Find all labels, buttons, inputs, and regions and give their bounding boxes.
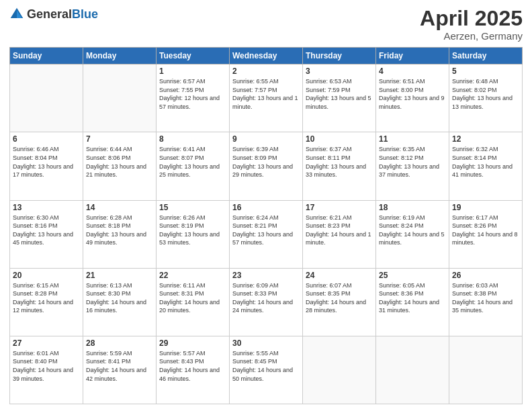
col-tuesday: Tuesday [157,48,230,64]
cell-text: Sunrise: 6:32 AM Sunset: 8:14 PM Dayligh… [452,145,519,179]
day-number: 28 [86,338,153,348]
day-number: 20 [13,271,80,280]
cell-text: Sunrise: 6:03 AM Sunset: 8:38 PM Dayligh… [452,281,519,315]
table-row: 4Sunrise: 6:51 AM Sunset: 8:00 PM Daylig… [376,64,449,132]
cell-text: Sunrise: 6:24 AM Sunset: 8:21 PM Dayligh… [232,214,300,247]
cell-text: Sunrise: 6:21 AM Sunset: 8:23 PM Dayligh… [306,214,373,247]
logo-icon [9,7,24,21]
cell-text: Sunrise: 6:28 AM Sunset: 8:18 PM Dayligh… [86,214,153,247]
cell-text: Sunrise: 6:48 AM Sunset: 8:02 PM Dayligh… [452,77,519,111]
day-number: 21 [86,271,153,280]
table-row: 8Sunrise: 6:41 AM Sunset: 8:07 PM Daylig… [157,132,230,200]
table-row: 7Sunrise: 6:44 AM Sunset: 8:06 PM Daylig… [83,132,157,200]
table-row [376,336,449,404]
table-row: 30Sunrise: 5:55 AM Sunset: 8:45 PM Dayli… [230,336,303,404]
table-row: 15Sunrise: 6:26 AM Sunset: 8:19 PM Dayli… [157,200,230,268]
cell-text: Sunrise: 6:41 AM Sunset: 8:07 PM Dayligh… [159,145,226,179]
day-number: 5 [452,66,519,76]
cell-text: Sunrise: 6:13 AM Sunset: 8:30 PM Dayligh… [86,281,153,315]
col-monday: Monday [83,48,157,64]
table-row: 2Sunrise: 6:55 AM Sunset: 7:57 PM Daylig… [230,64,303,132]
calendar-week-row: 27Sunrise: 6:01 AM Sunset: 8:40 PM Dayli… [10,336,523,404]
day-number: 2 [232,66,300,76]
cell-text: Sunrise: 5:59 AM Sunset: 8:41 PM Dayligh… [86,349,153,383]
cell-text: Sunrise: 6:30 AM Sunset: 8:16 PM Dayligh… [13,214,80,247]
table-row: 23Sunrise: 6:09 AM Sunset: 8:33 PM Dayli… [230,268,303,336]
col-wednesday: Wednesday [230,48,303,64]
table-row: 16Sunrise: 6:24 AM Sunset: 8:21 PM Dayli… [230,200,303,268]
col-saturday: Saturday [449,48,523,64]
day-number: 25 [379,271,446,280]
cell-text: Sunrise: 6:26 AM Sunset: 8:19 PM Dayligh… [159,214,226,247]
cell-text: Sunrise: 6:17 AM Sunset: 8:26 PM Dayligh… [452,214,519,247]
cell-text: Sunrise: 6:09 AM Sunset: 8:33 PM Dayligh… [232,281,300,315]
day-number: 4 [379,66,446,76]
day-number: 11 [379,134,446,144]
table-row: 14Sunrise: 6:28 AM Sunset: 8:18 PM Dayli… [83,200,157,268]
day-number: 30 [232,338,300,348]
day-number: 22 [159,271,226,280]
cell-text: Sunrise: 6:44 AM Sunset: 8:06 PM Dayligh… [86,145,153,179]
table-row: 17Sunrise: 6:21 AM Sunset: 8:23 PM Dayli… [303,200,376,268]
table-row: 29Sunrise: 5:57 AM Sunset: 8:43 PM Dayli… [157,336,230,404]
day-number: 17 [306,203,373,212]
calendar-week-row: 1Sunrise: 6:57 AM Sunset: 7:55 PM Daylig… [10,64,523,132]
day-number: 24 [306,271,373,280]
table-row: 12Sunrise: 6:32 AM Sunset: 8:14 PM Dayli… [449,132,523,200]
table-row: 28Sunrise: 5:59 AM Sunset: 8:41 PM Dayli… [83,336,157,404]
calendar-week-row: 13Sunrise: 6:30 AM Sunset: 8:16 PM Dayli… [10,200,523,268]
day-number: 15 [159,203,226,212]
table-row: 26Sunrise: 6:03 AM Sunset: 8:38 PM Dayli… [449,268,523,336]
cell-text: Sunrise: 6:19 AM Sunset: 8:24 PM Dayligh… [379,214,446,247]
table-row: 10Sunrise: 6:37 AM Sunset: 8:11 PM Dayli… [303,132,376,200]
day-number: 12 [452,134,519,144]
cell-text: Sunrise: 6:51 AM Sunset: 8:00 PM Dayligh… [379,77,446,111]
month-title: April 2025 [420,7,523,30]
logo-blue: Blue [72,7,98,21]
day-number: 19 [452,203,519,212]
day-number: 13 [13,203,80,212]
logo-text: GeneralBlue [27,7,98,21]
day-number: 3 [306,66,373,76]
table-row: 5Sunrise: 6:48 AM Sunset: 8:02 PM Daylig… [449,64,523,132]
cell-text: Sunrise: 5:57 AM Sunset: 8:43 PM Dayligh… [159,349,226,383]
table-row: 3Sunrise: 6:53 AM Sunset: 7:59 PM Daylig… [303,64,376,132]
cell-text: Sunrise: 6:11 AM Sunset: 8:31 PM Dayligh… [159,281,226,315]
table-row: 19Sunrise: 6:17 AM Sunset: 8:26 PM Dayli… [449,200,523,268]
day-number: 18 [379,203,446,212]
cell-text: Sunrise: 6:35 AM Sunset: 8:12 PM Dayligh… [379,145,446,179]
cell-text: Sunrise: 6:01 AM Sunset: 8:40 PM Dayligh… [13,349,80,383]
day-number: 23 [232,271,300,280]
table-row: 20Sunrise: 6:15 AM Sunset: 8:28 PM Dayli… [10,268,83,336]
table-row: 9Sunrise: 6:39 AM Sunset: 8:09 PM Daylig… [230,132,303,200]
calendar-week-row: 6Sunrise: 6:46 AM Sunset: 8:04 PM Daylig… [10,132,523,200]
logo-general: General [27,7,72,21]
table-row: 24Sunrise: 6:07 AM Sunset: 8:35 PM Dayli… [303,268,376,336]
table-row [10,64,83,132]
table-row: 27Sunrise: 6:01 AM Sunset: 8:40 PM Dayli… [10,336,83,404]
col-sunday: Sunday [10,48,83,64]
table-row [303,336,376,404]
day-number: 1 [159,66,226,76]
cell-text: Sunrise: 6:57 AM Sunset: 7:55 PM Dayligh… [159,77,226,111]
calendar-header-row: Sunday Monday Tuesday Wednesday Thursday… [10,48,523,64]
col-friday: Friday [376,48,449,64]
cell-text: Sunrise: 6:46 AM Sunset: 8:04 PM Dayligh… [13,145,80,179]
day-number: 9 [232,134,300,144]
page: GeneralBlue April 2025 Aerzen, Germany S… [0,0,532,411]
cell-text: Sunrise: 6:15 AM Sunset: 8:28 PM Dayligh… [13,281,80,315]
day-number: 10 [306,134,373,144]
table-row: 18Sunrise: 6:19 AM Sunset: 8:24 PM Dayli… [376,200,449,268]
cell-text: Sunrise: 6:05 AM Sunset: 8:36 PM Dayligh… [379,281,446,315]
header: GeneralBlue April 2025 Aerzen, Germany [9,7,523,42]
cell-text: Sunrise: 6:37 AM Sunset: 8:11 PM Dayligh… [306,145,373,179]
location-title: Aerzen, Germany [420,30,523,42]
table-row: 6Sunrise: 6:46 AM Sunset: 8:04 PM Daylig… [10,132,83,200]
cell-text: Sunrise: 6:53 AM Sunset: 7:59 PM Dayligh… [306,77,373,111]
calendar-week-row: 20Sunrise: 6:15 AM Sunset: 8:28 PM Dayli… [10,268,523,336]
day-number: 29 [159,338,226,348]
table-row [449,336,523,404]
day-number: 14 [86,203,153,212]
day-number: 6 [13,134,80,144]
cell-text: Sunrise: 6:55 AM Sunset: 7:57 PM Dayligh… [232,77,300,111]
